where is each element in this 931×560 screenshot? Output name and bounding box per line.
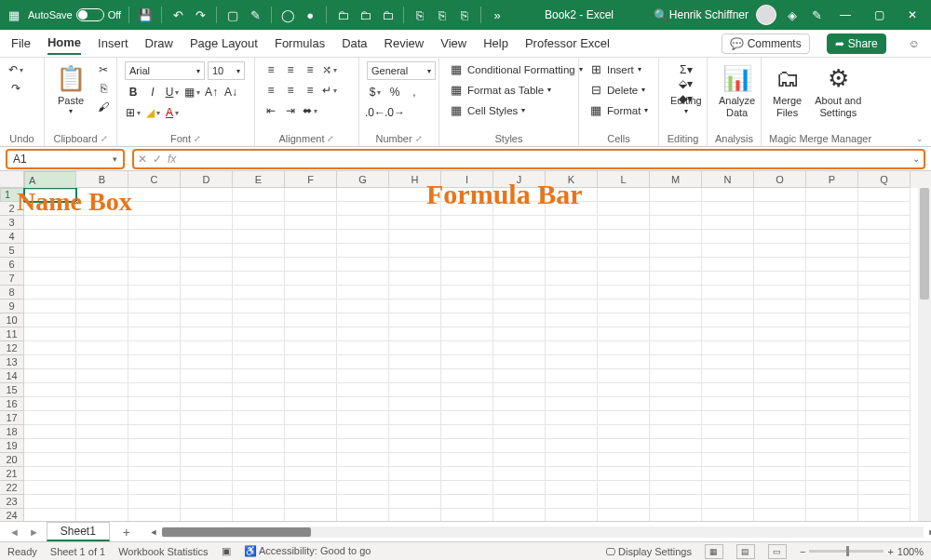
cell[interactable] <box>233 383 285 397</box>
cell[interactable] <box>128 327 181 341</box>
cell[interactable] <box>806 188 858 202</box>
cell[interactable] <box>76 286 128 300</box>
row-header[interactable]: 8 <box>0 286 24 300</box>
cell[interactable] <box>389 327 441 341</box>
cell[interactable] <box>233 411 285 425</box>
format-as-table-button[interactable]: ▦Format as Table ▾ <box>447 82 585 98</box>
cell[interactable] <box>76 272 128 286</box>
cell[interactable] <box>76 369 128 383</box>
cell[interactable] <box>702 202 754 216</box>
cell[interactable] <box>546 341 598 355</box>
cell[interactable] <box>650 272 702 286</box>
cell[interactable] <box>650 509 702 521</box>
status-accessibility[interactable]: ♿ Accessibility: Good to go <box>244 545 371 557</box>
tab-file[interactable]: File <box>11 33 31 54</box>
cell[interactable] <box>858 272 911 286</box>
cell[interactable] <box>493 327 546 341</box>
prev-sheet-icon[interactable]: ◄ <box>7 527 21 538</box>
tab-formulas[interactable]: Formulas <box>275 33 325 54</box>
cell[interactable] <box>441 411 493 425</box>
tab-data[interactable]: Data <box>342 33 367 54</box>
qat-icon-3[interactable]: ◯ <box>279 7 296 23</box>
cell[interactable] <box>598 300 650 313</box>
cell[interactable] <box>598 341 650 355</box>
cell[interactable] <box>702 509 754 521</box>
cell[interactable] <box>181 453 233 467</box>
maximize-button[interactable]: ▢ <box>866 4 892 26</box>
cell[interactable] <box>806 439 858 453</box>
column-header[interactable]: B <box>76 171 128 188</box>
cell[interactable] <box>128 453 181 467</box>
cell[interactable] <box>181 300 233 313</box>
cell[interactable] <box>233 467 285 481</box>
cell[interactable] <box>441 453 493 467</box>
cell[interactable] <box>285 467 337 481</box>
wrap-text-icon[interactable]: ↵ <box>321 82 338 99</box>
cell[interactable] <box>546 188 598 202</box>
border-button[interactable]: ▦ <box>183 84 200 100</box>
cell[interactable] <box>76 202 128 216</box>
column-header[interactable]: N <box>702 171 754 188</box>
cell[interactable] <box>806 425 858 439</box>
cell[interactable] <box>24 216 76 230</box>
select-all-triangle[interactable] <box>0 171 24 188</box>
orientation-icon[interactable]: ⤭ <box>321 61 338 78</box>
cell[interactable] <box>441 300 493 313</box>
cell[interactable] <box>650 216 702 230</box>
qat-icon-8[interactable]: ⎘ <box>412 7 428 23</box>
cell[interactable] <box>76 244 128 258</box>
cell[interactable] <box>337 411 389 425</box>
cell[interactable] <box>702 188 754 202</box>
cell[interactable] <box>337 188 389 202</box>
cell[interactable] <box>441 272 493 286</box>
cell[interactable] <box>285 286 337 300</box>
cell[interactable] <box>493 411 546 425</box>
cell[interactable] <box>702 230 754 244</box>
cell[interactable] <box>285 216 337 230</box>
cell[interactable] <box>181 481 233 495</box>
qat-icon-2[interactable]: ✎ <box>247 7 263 23</box>
cell[interactable] <box>806 481 858 495</box>
cell[interactable] <box>650 313 702 327</box>
cell[interactable] <box>650 244 702 258</box>
cell[interactable] <box>441 188 493 202</box>
cell[interactable] <box>128 397 181 411</box>
comma-icon[interactable]: , <box>406 84 423 100</box>
cell[interactable] <box>128 369 181 383</box>
cell[interactable] <box>806 495 858 509</box>
align-middle-icon[interactable]: ≡ <box>282 61 299 78</box>
cell[interactable] <box>337 467 389 481</box>
cell[interactable] <box>441 397 493 411</box>
cell[interactable] <box>650 439 702 453</box>
user-avatar-icon[interactable] <box>756 5 776 25</box>
cell[interactable] <box>806 313 858 327</box>
cell[interactable] <box>858 369 911 383</box>
cell[interactable] <box>233 355 285 369</box>
close-button[interactable]: ✕ <box>899 4 925 26</box>
cell[interactable] <box>76 495 128 509</box>
cell[interactable] <box>754 188 806 202</box>
cell[interactable] <box>441 495 493 509</box>
cell[interactable] <box>285 272 337 286</box>
cell[interactable] <box>181 313 233 327</box>
cell[interactable] <box>181 230 233 244</box>
cell[interactable] <box>598 258 650 272</box>
cell[interactable] <box>128 188 181 202</box>
cell[interactable] <box>285 425 337 439</box>
cell[interactable] <box>650 481 702 495</box>
cell[interactable] <box>806 244 858 258</box>
cell[interactable] <box>128 467 181 481</box>
cell[interactable] <box>128 425 181 439</box>
cell[interactable] <box>493 216 546 230</box>
cell[interactable] <box>337 481 389 495</box>
cell[interactable] <box>441 355 493 369</box>
cell[interactable] <box>24 188 76 202</box>
cell[interactable] <box>389 341 441 355</box>
cell[interactable] <box>806 369 858 383</box>
cell[interactable] <box>702 341 754 355</box>
cell[interactable] <box>24 300 76 313</box>
cell[interactable] <box>546 286 598 300</box>
cell[interactable] <box>650 258 702 272</box>
cell[interactable] <box>858 202 911 216</box>
cell[interactable] <box>702 481 754 495</box>
